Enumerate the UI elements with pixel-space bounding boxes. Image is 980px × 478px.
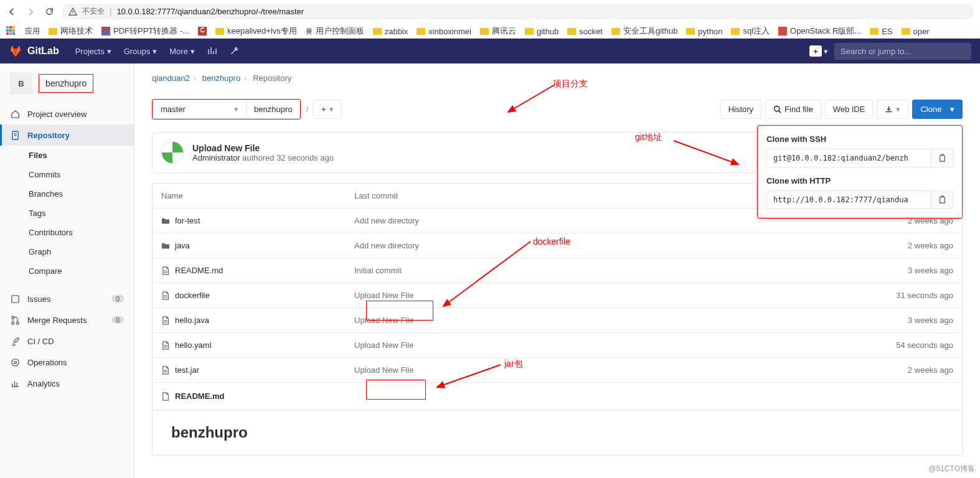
project-avatar: B (10, 72, 32, 95)
readme-body: benzhupro (152, 410, 963, 456)
svg-point-10 (775, 106, 780, 111)
file-name[interactable]: java (175, 241, 190, 250)
bookmark-item[interactable]: python (686, 27, 722, 36)
bookmark-item[interactable]: github (525, 27, 558, 36)
bookmark-item[interactable]: 賽用户控制面板 (306, 26, 364, 37)
path-repo[interactable]: benzhupro (246, 100, 300, 119)
bookmark-item[interactable]: ES (870, 27, 892, 36)
download-button[interactable]: ▾ (877, 100, 908, 119)
chevron-down-icon: ▾ (896, 105, 900, 114)
commit-msg[interactable]: Upload New File (354, 340, 866, 350)
clone-ssh-input[interactable]: git@10.0.0.182:qianduan2/benzh (766, 149, 931, 167)
main-content: qianduan2› benzhupro› Repository master▾… (134, 63, 980, 478)
sidebar-item-mr[interactable]: Merge Requests0 (0, 309, 134, 330)
sidebar-sub-branches[interactable]: Branches (0, 184, 134, 204)
sidebar-sub-contributors[interactable]: Contributors (0, 223, 134, 242)
sidebar-item-operations[interactable]: Operations (0, 352, 134, 373)
branch-selector[interactable]: master▾ (153, 100, 246, 119)
table-row[interactable]: hello.javaUpload New File3 weeks ago (153, 308, 962, 333)
chevron-down-icon: ▾ (950, 105, 954, 114)
file-name[interactable]: dockerfile (175, 291, 210, 300)
apps-icon[interactable] (6, 26, 16, 36)
crumb-group[interactable]: qianduan2 (152, 73, 190, 83)
crumb-project[interactable]: benzhupro (202, 73, 240, 83)
file-name[interactable]: for-test (175, 216, 200, 225)
sidebar-sub-compare[interactable]: Compare (0, 261, 134, 281)
address-bar[interactable]: 不安全 | (62, 4, 974, 19)
bookmark-item[interactable]: socket (567, 27, 603, 36)
commit-msg[interactable]: Add new directory (354, 241, 866, 250)
insecure-icon (68, 7, 77, 16)
sidebar-sub-commits[interactable]: Commits (0, 165, 134, 184)
file-name[interactable]: hello.yaml (175, 340, 212, 350)
history-button[interactable]: History (720, 100, 761, 119)
clone-button[interactable]: Clone ▾ (912, 100, 963, 119)
commit-time: 54 seconds ago (866, 340, 953, 350)
bookmark-item[interactable]: oper (902, 27, 930, 36)
clone-http-input[interactable]: http://10.0.0.182:7777/qiandua (766, 190, 931, 209)
file-name[interactable]: test.jar (175, 365, 199, 375)
commit-msg[interactable]: Initial commit (354, 266, 866, 275)
nav-groups[interactable]: Groups ▾ (119, 42, 163, 60)
sidebar-sub-graph[interactable]: Graph (0, 242, 134, 261)
commit-msg[interactable]: Upload New File (354, 365, 866, 375)
commit-meta: Administrator authored 32 seconds ago (192, 153, 334, 162)
web-ide-button[interactable]: Web IDE (825, 100, 874, 119)
table-row[interactable]: dockerfileUpload New File31 seconds ago (153, 283, 962, 308)
add-button[interactable]: + ▾ (313, 100, 342, 119)
sidebar-sub-files[interactable]: Files (0, 146, 134, 165)
find-file-button[interactable]: Find file (765, 100, 821, 119)
sidebar-item-issues[interactable]: Issues0 (0, 288, 134, 309)
rocket-icon (10, 336, 20, 346)
issues-badge: 0 (111, 295, 124, 302)
nav-projects[interactable]: Projects ▾ (70, 42, 116, 60)
file-name[interactable]: README.md (175, 266, 223, 275)
breadcrumb: qianduan2› benzhupro› Repository (152, 73, 963, 83)
bookmark-item[interactable]: C (198, 27, 207, 35)
table-row[interactable]: README.mdInitial commit3 weeks ago (153, 258, 962, 283)
clone-dropdown: Clone with SSH git@10.0.0.182:qianduan2/… (757, 125, 963, 218)
commit-msg[interactable]: Upload New File (354, 291, 866, 300)
gitlab-logo-icon[interactable] (9, 44, 22, 58)
sidebar-item-repository[interactable]: Repository (0, 124, 134, 146)
sidebar-item-analytics[interactable]: Analytics (0, 373, 134, 394)
sidebar: B benzhupro Project overview Repository … (0, 63, 134, 478)
svg-rect-12 (940, 156, 945, 162)
bookmark-item[interactable]: sql注入 (731, 26, 770, 37)
table-row[interactable]: hello.yamlUpload New File54 seconds ago (153, 333, 962, 358)
commit-time: 3 weeks ago (866, 316, 953, 325)
commit-title[interactable]: Upload New File (192, 143, 334, 153)
nav-wrench-icon[interactable] (225, 42, 245, 60)
project-name[interactable]: benzhupro (39, 74, 93, 93)
sidebar-item-overview[interactable]: Project overview (0, 103, 134, 124)
bookmark-apps-label[interactable]: 应用 (25, 26, 40, 37)
merge-icon (10, 315, 20, 325)
table-row[interactable]: javaAdd new directory2 weeks ago (153, 233, 962, 258)
bookmark-item[interactable]: 网络技术 (49, 26, 93, 37)
commit-time: 3 weeks ago (866, 266, 953, 275)
bookmark-item[interactable]: xinboxinmei (417, 27, 471, 36)
plus-menu[interactable]: +▾ (809, 45, 828, 57)
back-button[interactable] (6, 6, 17, 17)
copy-ssh-button[interactable] (931, 149, 953, 167)
bookmark-item[interactable]: keepalived+lvs专用 (215, 26, 297, 37)
copy-http-button[interactable] (931, 190, 953, 209)
url-input[interactable] (116, 7, 968, 16)
search-input[interactable] (834, 43, 971, 60)
reload-button[interactable] (44, 6, 55, 17)
bookmark-item[interactable]: PDF转PPT转换器 -... (101, 26, 189, 37)
nav-activity-icon[interactable] (202, 42, 222, 60)
nav-more[interactable]: More ▾ (164, 42, 200, 60)
sidebar-item-cicd[interactable]: CI / CD (0, 330, 134, 352)
bookmark-item[interactable]: 安全工具github (611, 26, 677, 37)
file-name[interactable]: hello.java (175, 316, 209, 325)
brand-label: GitLab (27, 45, 59, 57)
table-row[interactable]: test.jarUpload New File2 weeks ago (153, 358, 962, 382)
bookmark-item[interactable]: zabbix (373, 27, 408, 36)
commit-msg[interactable]: Upload New File (354, 316, 866, 325)
bookmark-item[interactable]: OpenStack R版部... (778, 26, 861, 37)
bookmark-item[interactable]: 腾讯云 (480, 26, 516, 37)
search-icon (773, 105, 781, 113)
sidebar-sub-tags[interactable]: Tags (0, 204, 134, 223)
forward-button[interactable] (25, 6, 36, 17)
